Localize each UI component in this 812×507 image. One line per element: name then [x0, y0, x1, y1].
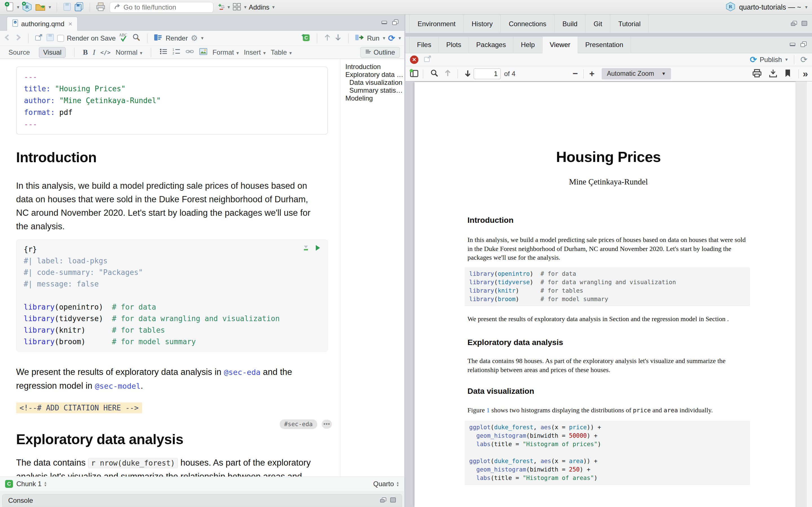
bold-button[interactable]: B — [83, 48, 88, 57]
image-icon[interactable] — [199, 48, 207, 57]
tab-environment[interactable]: Environment — [409, 15, 464, 33]
maximize-pane-icon[interactable] — [392, 19, 399, 26]
link-icon[interactable] — [186, 48, 194, 57]
minimize-pane-icon[interactable] — [380, 497, 387, 504]
find-icon[interactable] — [132, 33, 141, 44]
outline-item-data-visualization[interactable]: Data visualization — [345, 78, 404, 87]
maximize-pane-icon[interactable] — [800, 41, 808, 48]
pdf-zoom-select[interactable]: Automatic Zoom ▼ — [602, 68, 671, 79]
tab-presentation[interactable]: Presentation — [578, 37, 631, 53]
back-icon[interactable] — [3, 34, 11, 43]
tab-packages[interactable]: Packages — [469, 37, 513, 53]
pdf-page-input[interactable] — [474, 68, 501, 79]
outline-item-introduction[interactable]: Introduction — [345, 63, 404, 71]
go-next-section-icon[interactable] — [334, 33, 342, 43]
code-button[interactable]: </> — [100, 49, 110, 56]
pdf-print-icon[interactable] — [752, 69, 762, 79]
paragraph-style-select[interactable]: Normal ▾ — [116, 48, 142, 56]
popout-viewer-icon[interactable] — [423, 55, 432, 64]
publish-dropdown[interactable]: ▾ — [785, 57, 788, 62]
pdf-zoom-out-icon[interactable]: − — [571, 68, 579, 79]
maximize-pane-icon[interactable] — [390, 497, 396, 504]
pdf-sidebar-toggle-icon[interactable] — [409, 69, 419, 79]
new-project-icon[interactable]: R — [22, 1, 33, 13]
save-all-icon[interactable] — [74, 2, 84, 13]
project-dropdown[interactable]: ▾ — [805, 4, 808, 10]
yaml-metadata-block[interactable]: ---title: "Housing Prices"author: "Mine … — [16, 66, 328, 135]
insert-chunk-icon[interactable]: C — [301, 33, 311, 44]
stop-viewer-icon[interactable]: ✕ — [410, 55, 418, 64]
render-on-save-checkbox[interactable] — [57, 35, 64, 42]
html-comment-citation[interactable]: <!--# ADD CITATION HERE --> — [16, 402, 142, 413]
spellcheck-icon[interactable]: ABC — [118, 33, 129, 44]
maximize-pane-icon[interactable] — [801, 20, 808, 27]
new-file-icon[interactable] — [4, 1, 14, 13]
outline-item-eda[interactable]: Exploratory data … — [345, 71, 404, 78]
forward-icon[interactable] — [14, 34, 22, 43]
tab-viewer[interactable]: Viewer — [543, 37, 578, 53]
pdf-search-icon[interactable] — [430, 69, 439, 79]
addins-dropdown[interactable]: ▾ — [272, 4, 275, 10]
minimize-pane-icon[interactable] — [791, 20, 797, 27]
tab-git[interactable]: Git — [586, 15, 610, 33]
render-button[interactable]: Render — [165, 34, 188, 42]
pdf-bookmark-icon[interactable] — [784, 69, 791, 79]
source-mode-button[interactable]: Source — [4, 47, 34, 57]
minimize-pane-icon[interactable] — [381, 19, 388, 26]
popout-icon[interactable] — [35, 34, 43, 43]
r-code-chunk[interactable]: {r}#| label: load-pkgs#| code-summary: "… — [16, 239, 328, 352]
rerun-dropdown[interactable]: ▾ — [398, 35, 401, 41]
italic-button[interactable]: I — [93, 48, 95, 57]
tab-authoring-qmd[interactable]: authoring.qmd × — [7, 17, 78, 31]
format-menu[interactable]: Format ▾ — [213, 48, 239, 56]
version-control-dropdown[interactable]: ▾ — [227, 4, 230, 10]
pdf-next-page-icon[interactable] — [464, 69, 471, 78]
pdf-download-icon[interactable] — [769, 69, 777, 79]
tab-plots[interactable]: Plots — [439, 37, 469, 53]
chunk-navigator[interactable]: Chunk 1 — [16, 480, 42, 488]
tab-tutorial[interactable]: Tutorial — [610, 15, 649, 33]
document-mode[interactable]: Quarto — [373, 480, 394, 488]
table-menu[interactable]: Table ▾ — [271, 48, 292, 56]
close-icon[interactable]: × — [68, 20, 72, 28]
run-dropdown[interactable]: ▾ — [383, 35, 386, 41]
workspace-panes-dropdown[interactable]: ▾ — [244, 4, 247, 10]
visual-mode-button[interactable]: Visual — [39, 47, 66, 58]
render-dropdown[interactable]: ▾ — [201, 35, 204, 41]
insert-menu[interactable]: Insert ▾ — [244, 48, 266, 56]
rerun-icon[interactable]: ⟳ — [388, 33, 395, 43]
tab-connections[interactable]: Connections — [501, 15, 554, 33]
bullet-list-icon[interactable] — [160, 48, 167, 57]
console-header[interactable]: Console — [2, 494, 402, 507]
outline-toggle-button[interactable]: Outline — [360, 47, 400, 58]
print-icon[interactable] — [96, 2, 106, 13]
workspace-panes-icon[interactable] — [232, 3, 241, 12]
pdf-viewport[interactable]: Housing Prices Mine Çetinkaya-Rundel Int… — [405, 81, 812, 507]
outline-item-modeling[interactable]: Modeling — [345, 94, 404, 102]
pdf-zoom-in-icon[interactable]: + — [588, 68, 596, 79]
goto-file-search[interactable] — [110, 2, 213, 13]
tab-build[interactable]: Build — [555, 15, 586, 33]
run-button[interactable]: Run — [367, 34, 379, 42]
goto-input[interactable] — [123, 3, 202, 11]
tab-history[interactable]: History — [464, 15, 501, 33]
run-chunk-icon[interactable] — [315, 244, 321, 252]
save-icon[interactable] — [63, 2, 71, 13]
numbered-list-icon[interactable]: 12 — [172, 48, 181, 57]
addins-menu[interactable]: Addins — [249, 3, 269, 11]
open-file-dropdown[interactable]: ▾ — [49, 4, 51, 10]
document-mode-arrows[interactable]: ▲▼ — [396, 481, 399, 487]
outline-item-summary-statistics[interactable]: Summary statis… — [345, 87, 404, 94]
new-file-dropdown[interactable]: ▾ — [17, 4, 19, 10]
open-file-icon[interactable] — [35, 2, 46, 13]
pdf-scrollbar[interactable] — [796, 81, 807, 507]
chunk-navigator-arrows[interactable]: ▲▼ — [44, 481, 47, 487]
run-chunks-above-icon[interactable] — [302, 244, 310, 252]
version-control-icon[interactable]: G — [217, 1, 225, 13]
minimize-pane-icon[interactable] — [790, 41, 796, 48]
refresh-viewer-icon[interactable]: ⟳ — [801, 55, 808, 64]
publish-button[interactable]: Publish — [760, 56, 782, 64]
project-selector[interactable]: R quarto-tutorials — ~ ▾ — [725, 1, 808, 13]
save-icon[interactable] — [46, 33, 54, 43]
pdf-prev-page-icon[interactable] — [444, 69, 451, 78]
